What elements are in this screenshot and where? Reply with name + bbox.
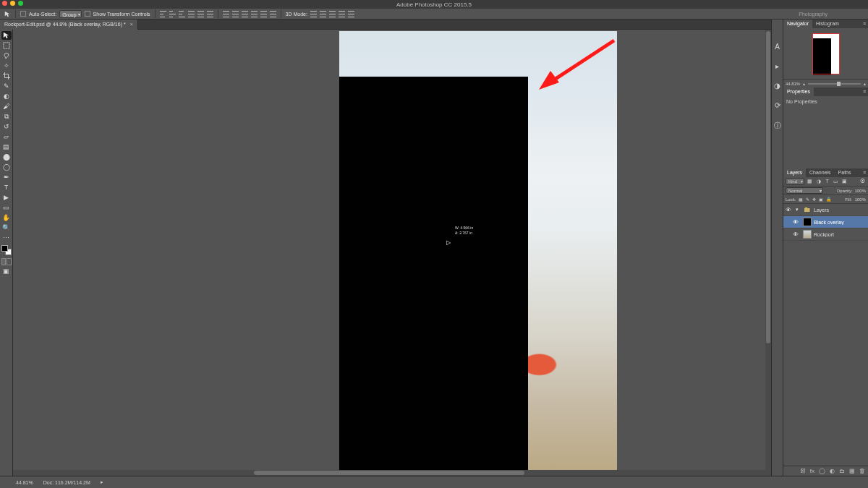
layer-name[interactable]: Black overlay: [814, 220, 868, 225]
3d-slide-icon[interactable]: [339, 11, 345, 17]
3d-pan-icon[interactable]: [329, 11, 336, 17]
hand-tool[interactable]: ✋: [1, 213, 12, 222]
auto-select-checkbox[interactable]: [20, 11, 26, 17]
document-canvas[interactable]: W: 4.566 in Δ: 2.767 in ▷: [339, 31, 617, 470]
info-panel-icon[interactable]: ⓘ: [774, 121, 781, 131]
visibility-toggle-icon[interactable]: 👁: [791, 231, 801, 238]
adjustments-panel-icon[interactable]: ◑: [774, 82, 780, 90]
screen-mode-icon[interactable]: ▣: [1, 267, 12, 275]
lock-pixels-icon[interactable]: ✎: [806, 197, 809, 202]
eraser-tool[interactable]: ▱: [1, 132, 12, 141]
navigator-zoom-out-icon[interactable]: ▴: [803, 81, 805, 86]
history-brush-tool[interactable]: ↺: [1, 122, 12, 131]
new-group-icon[interactable]: 🗀: [839, 468, 845, 474]
distribute-bottom-icon[interactable]: [242, 11, 248, 17]
tab-layers[interactable]: Layers: [783, 168, 806, 177]
align-right-edges-icon[interactable]: [207, 11, 213, 17]
show-transform-controls-checkbox[interactable]: [85, 11, 90, 17]
brush-tool[interactable]: 🖌: [1, 102, 12, 111]
lasso-tool[interactable]: [1, 51, 12, 60]
history-panel-icon[interactable]: ⟳: [775, 101, 780, 109]
add-mask-icon[interactable]: ◯: [819, 468, 825, 474]
layer-row-black-overlay[interactable]: 👁 Black overlay: [783, 216, 868, 228]
rectangular-marquee-tool[interactable]: [1, 41, 12, 50]
zoom-tool[interactable]: 🔍: [1, 223, 12, 232]
navigator-zoom-in-icon[interactable]: ▴: [864, 81, 866, 86]
delete-layer-icon[interactable]: 🗑: [859, 468, 865, 474]
actions-panel-icon[interactable]: ▸: [775, 62, 779, 70]
navigator-viewport-proxy[interactable]: [812, 33, 840, 74]
filter-type-icon[interactable]: T: [824, 179, 830, 185]
horizontal-scrollbar[interactable]: [13, 470, 765, 476]
align-horizontal-centers-icon[interactable]: [197, 11, 204, 17]
gradient-tool[interactable]: ▤: [1, 142, 12, 151]
blur-tool[interactable]: ⬤: [1, 153, 12, 161]
distribute-right-icon[interactable]: [270, 11, 276, 17]
3d-orbit-icon[interactable]: [310, 11, 317, 17]
tab-properties[interactable]: Properties: [783, 87, 814, 96]
filter-adjust-icon[interactable]: ◑: [815, 179, 822, 185]
distribute-top-icon[interactable]: [223, 11, 229, 17]
visibility-toggle-icon[interactable]: 👁: [791, 219, 801, 226]
close-tab-icon[interactable]: ×: [130, 22, 133, 27]
align-bottom-edges-icon[interactable]: [179, 11, 185, 17]
clone-stamp-tool[interactable]: ⧉: [1, 112, 12, 121]
rectangle-tool[interactable]: ▭: [1, 203, 12, 212]
layer-name[interactable]: Rockport: [814, 232, 868, 237]
tab-channels[interactable]: Channels: [806, 168, 835, 177]
tab-histogram[interactable]: Histogram: [812, 20, 843, 28]
fill-value[interactable]: 100%: [855, 197, 866, 202]
filter-smart-icon[interactable]: ▣: [841, 179, 848, 185]
layer-name[interactable]: Layers: [814, 207, 868, 213]
align-top-edges-icon[interactable]: [160, 11, 166, 17]
zoom-window-icon[interactable]: [18, 1, 23, 6]
document-tab[interactable]: Rockport-Edit.psd @ 44.8% (Black overlay…: [0, 20, 138, 30]
edit-toolbar-icon[interactable]: ⋯: [1, 234, 12, 242]
magic-wand-tool[interactable]: ✧: [1, 61, 12, 70]
navigator-zoom-slider[interactable]: [808, 83, 861, 85]
properties-panel-menu-icon[interactable]: ≡: [859, 87, 868, 96]
filter-pixel-icon[interactable]: ▦: [807, 179, 813, 185]
spot-healing-brush-tool[interactable]: ◐: [1, 92, 12, 100]
new-adjustment-icon[interactable]: ◐: [830, 468, 835, 474]
filter-toggle-icon[interactable]: ⦿: [859, 179, 866, 185]
visibility-toggle-icon[interactable]: 👁: [783, 207, 793, 213]
pen-tool[interactable]: ✒: [1, 173, 12, 181]
navigator-panel-menu-icon[interactable]: ≡: [859, 20, 868, 28]
navigator-thumbnail[interactable]: [812, 33, 840, 74]
lock-position-icon[interactable]: ✥: [812, 197, 816, 202]
layer-thumbnail[interactable]: [803, 230, 812, 239]
foreground-background-color[interactable]: [1, 245, 12, 255]
link-layers-icon[interactable]: ⛓: [800, 468, 806, 474]
move-tool[interactable]: [1, 31, 12, 40]
lock-artboard-icon[interactable]: ▣: [819, 197, 823, 202]
black-overlay-layer[interactable]: [339, 77, 528, 472]
distribute-left-icon[interactable]: [251, 11, 258, 17]
status-zoom[interactable]: 44.81%: [16, 480, 33, 485]
layer-list[interactable]: 👁 ▾ 🖿 Layers 👁 Black overlay 👁 Rockport: [783, 204, 868, 466]
lock-all-icon[interactable]: 🔒: [826, 197, 831, 202]
horizontal-scrollbar-thumb[interactable]: [254, 471, 524, 475]
navigator-zoom-value[interactable]: 44.81%: [786, 82, 800, 86]
auto-select-mode-dropdown[interactable]: Group: [59, 10, 81, 18]
layer-filter-kind-dropdown[interactable]: Kind: [786, 178, 804, 185]
layer-row-rockport[interactable]: 👁 Rockport: [783, 228, 868, 241]
dodge-tool[interactable]: ◯: [1, 163, 12, 171]
path-selection-tool[interactable]: ▶: [1, 193, 12, 202]
status-doc-info[interactable]: Doc: 116.2M/114.2M: [43, 480, 90, 485]
filter-shape-icon[interactable]: ▭: [833, 179, 839, 185]
close-window-icon[interactable]: [2, 1, 7, 6]
vertical-scrollbar[interactable]: [765, 30, 771, 476]
distribute-hcenter-icon[interactable]: [260, 11, 267, 17]
layer-thumbnail[interactable]: [803, 218, 812, 226]
crop-tool[interactable]: [1, 72, 12, 80]
navigator-body[interactable]: [783, 28, 868, 79]
quick-mask-toggle[interactable]: [1, 258, 12, 265]
group-disclosure-icon[interactable]: ▾: [793, 207, 801, 213]
minimize-window-icon[interactable]: [10, 1, 15, 6]
blend-mode-dropdown[interactable]: Normal: [786, 187, 823, 194]
type-tool[interactable]: T: [1, 183, 12, 192]
tab-paths[interactable]: Paths: [835, 168, 855, 177]
new-layer-icon[interactable]: ▦: [849, 468, 855, 474]
eyedropper-tool[interactable]: ✎: [1, 82, 12, 90]
